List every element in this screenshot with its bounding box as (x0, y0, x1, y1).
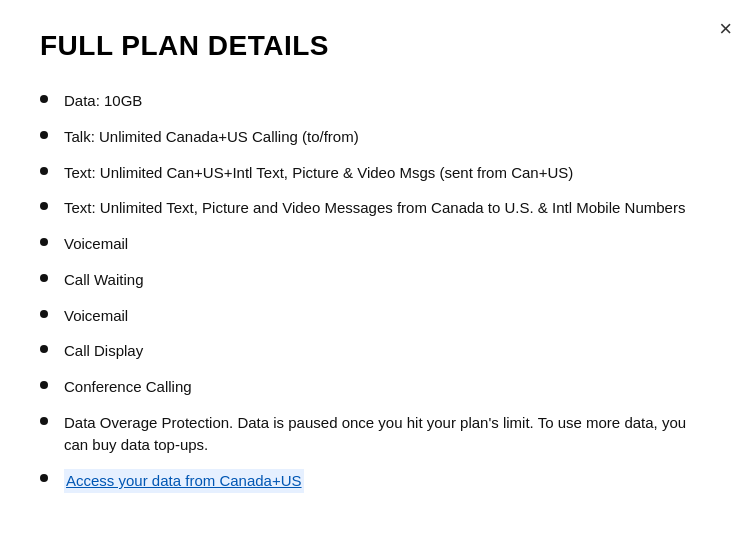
item-text: Text: Unlimited Text, Picture and Video … (64, 197, 685, 219)
list-item: Call Waiting (40, 269, 712, 291)
item-text: Conference Calling (64, 376, 192, 398)
access-data-link[interactable]: Access your data from Canada+US (64, 469, 304, 493)
list-item: Text: Unlimited Text, Picture and Video … (40, 197, 712, 219)
list-item: Talk: Unlimited Canada+US Calling (to/fr… (40, 126, 712, 148)
item-text: Talk: Unlimited Canada+US Calling (to/fr… (64, 126, 359, 148)
list-item: Text: Unlimited Can+US+Intl Text, Pictur… (40, 162, 712, 184)
list-item: Voicemail (40, 305, 712, 327)
item-text: Call Waiting (64, 269, 143, 291)
bullet-icon (40, 381, 48, 389)
bullet-icon (40, 167, 48, 175)
bullet-icon (40, 95, 48, 103)
bullet-icon (40, 274, 48, 282)
list-item: Data: 10GB (40, 90, 712, 112)
item-text: Call Display (64, 340, 143, 362)
list-item: Call Display (40, 340, 712, 362)
close-button[interactable]: × (719, 18, 732, 40)
item-text: Text: Unlimited Can+US+Intl Text, Pictur… (64, 162, 573, 184)
list-item: Data Overage Protection. Data is paused … (40, 412, 712, 456)
modal-title: FULL PLAN DETAILS (40, 30, 712, 62)
item-text: Voicemail (64, 305, 128, 327)
bullet-icon (40, 474, 48, 482)
bullet-icon (40, 238, 48, 246)
bullet-icon (40, 131, 48, 139)
bullet-icon (40, 345, 48, 353)
modal-overlay: × FULL PLAN DETAILS Data: 10GB Talk: Unl… (0, 0, 752, 539)
bullet-icon (40, 310, 48, 318)
item-text: Data: 10GB (64, 90, 142, 112)
item-text: Data Overage Protection. Data is paused … (64, 412, 712, 456)
item-text: Voicemail (64, 233, 128, 255)
list-item: Voicemail (40, 233, 712, 255)
plan-details-list: Data: 10GB Talk: Unlimited Canada+US Cal… (40, 90, 712, 493)
list-item: Access your data from Canada+US (40, 469, 712, 493)
modal-container: × FULL PLAN DETAILS Data: 10GB Talk: Unl… (0, 0, 752, 539)
bullet-icon (40, 417, 48, 425)
list-item: Conference Calling (40, 376, 712, 398)
bullet-icon (40, 202, 48, 210)
